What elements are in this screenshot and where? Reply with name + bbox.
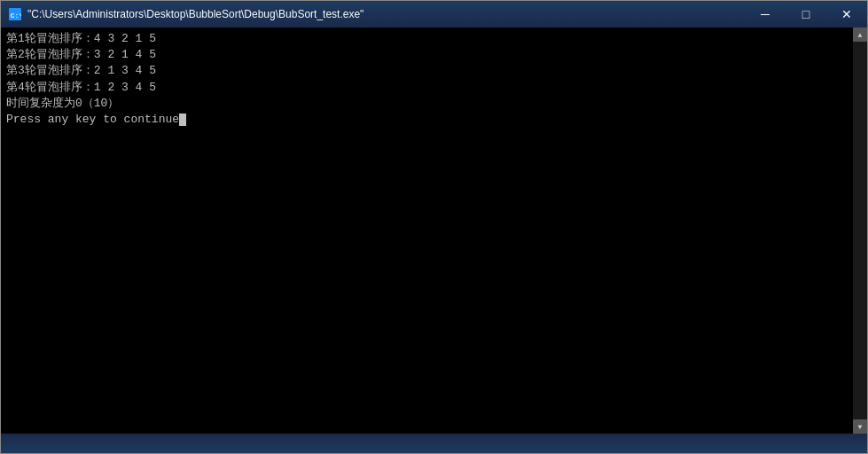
scroll-up-arrow[interactable]: ▲ — [853, 27, 867, 42]
scrollbar[interactable]: ▲ ▼ — [853, 27, 867, 434]
minimize-button[interactable]: ─ — [745, 1, 786, 27]
scrollbar-track — [853, 42, 867, 419]
scroll-down-arrow[interactable]: ▼ — [853, 419, 867, 434]
maximize-button[interactable]: □ — [786, 1, 826, 27]
svg-text:C:\: C:\ — [11, 12, 21, 20]
console-output: 第1轮冒泡排序：4 3 2 1 5 第2轮冒泡排序：3 2 1 4 5 第3轮冒… — [6, 31, 862, 128]
statusbar — [1, 434, 867, 453]
window-title: "C:\Users\Administrators\Desktop\BubbleS… — [27, 8, 860, 20]
cmd-icon: C:\ — [8, 7, 22, 21]
console-area: 第1轮冒泡排序：4 3 2 1 5 第2轮冒泡排序：3 2 1 4 5 第3轮冒… — [1, 27, 867, 434]
close-button[interactable]: ✕ — [826, 1, 867, 27]
titlebar: C:\ "C:\Users\Administrators\Desktop\Bub… — [1, 1, 867, 27]
cursor — [179, 114, 186, 126]
window-controls: ─ □ ✕ — [745, 1, 867, 27]
window: C:\ "C:\Users\Administrators\Desktop\Bub… — [0, 0, 868, 454]
